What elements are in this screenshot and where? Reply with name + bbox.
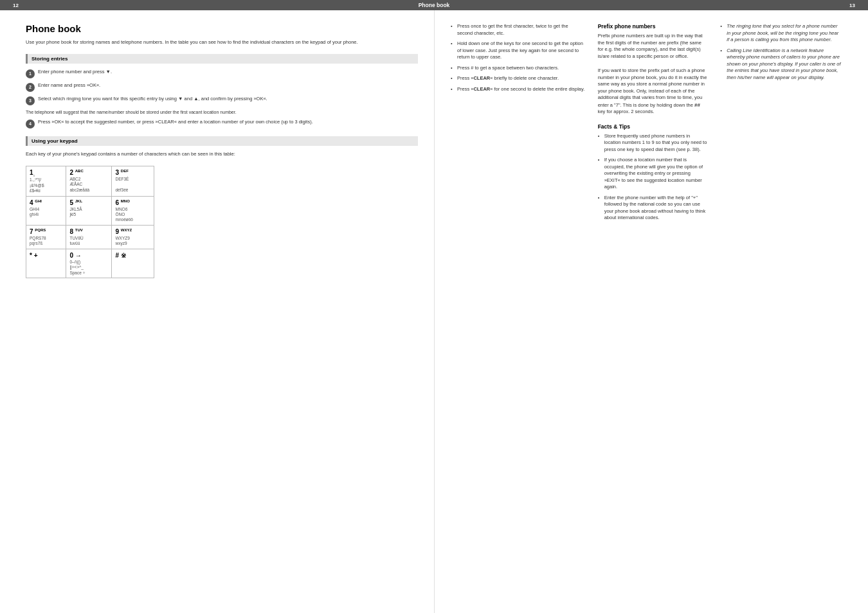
tips-list: The ringing tone that you select for a p… [720,23,842,81]
tips-column: The ringing tone that you select for a p… [720,23,842,227]
list-item: Hold down one of the keys for one second… [451,40,585,61]
step-text-1: Enter phone number and press ▼. [38,69,418,76]
key-9: 9 WXYZ WXYZ9 wxyz9 [112,225,154,249]
intro-text: Use your phone book for storing names an… [26,39,418,46]
keypad-intro: Each key of your phone's keypad contains… [26,151,418,158]
list-item: Press once to get the first character, t… [451,23,585,37]
header-title: Phone book [419,2,450,8]
table-row: 7 PQRS PQRS78 pqrs7ß 8 TUV TUV8Ü tuvüü 9… [26,225,154,249]
key-hash: # ※ [112,249,154,278]
facts-tips-section: Facts & Tips Store frequently used phone… [598,123,708,222]
list-item: Enter the phone number with the help of … [598,195,708,222]
step-number-1: 1 [26,69,35,78]
list-item: Press »CLEAR« for one second to delete t… [451,86,585,93]
key-8: 8 TUV TUV8Ü tuvüü [66,225,112,249]
keypad-section-title: Using your keypad [26,136,418,146]
prefix-para: If you want to store the prefix part of … [598,67,708,116]
list-item: Press »CLEAR« briefly to delete one char… [451,75,585,82]
list-item: 4 Press »OK« to accept the suggested num… [26,119,418,129]
keypad-table: 1○ 1.,:*'!|/ ¡&%@$ £$•¥α 2 ABC ABC2 ÆÅAC… [26,166,154,278]
key-6: 6 MNO MNO6 ÖNO mnoéøöö [112,196,154,225]
page-number-right: 13 [849,3,855,8]
page-title: Phone book [26,23,418,34]
prefix-intro: Prefix phone numbers are built up in the… [598,33,708,60]
step-list: 1 Enter phone number and press ▼. 2 Ente… [26,69,418,129]
facts-tips-list: Store frequently used phone numbers in l… [598,133,708,222]
storing-entries-section: Storing entries 1 Enter phone number and… [26,54,418,129]
list-item: 1 Enter phone number and press ▼. [26,69,418,78]
step-text-3: Select which ringing tone you want for t… [38,96,418,103]
list-item: 3 Select which ringing tone you want for… [26,96,418,105]
list-item: Store frequently used phone numbers in l… [598,133,708,154]
step-text-2: Enter name and press »OK«. [38,82,418,89]
right-page-columns: Press once to get the first character, t… [451,23,842,227]
facts-tips-title: Facts & Tips [598,123,708,130]
right-page: Press once to get the first character, t… [434,10,868,613]
list-item: The telephone will suggest that the name… [26,109,418,116]
prefix-title: Prefix phone numbers [598,23,708,30]
list-item: The ringing tone that you select for a p… [720,23,842,44]
hash-symbol: ## [694,102,700,109]
left-page: Phone book Use your phone book for stori… [0,10,434,613]
key-1: 1○ 1.,:*'!|/ ¡&%@$ £$•¥α [26,166,66,196]
prefix-column: Prefix phone numbers Prefix phone number… [598,23,708,227]
list-item: 2 Enter name and press »OK«. [26,82,418,92]
step-number-4: 4 [26,120,35,129]
key-0: 0 → 0–/\|() ||=<>^_ Space ÷ [66,249,112,278]
list-item: Press # to get a space between two chara… [451,65,585,72]
step-note: The telephone will suggest that the name… [26,109,418,116]
step-text-4: Press »OK« to accept the suggested numbe… [38,119,418,126]
list-item: If you choose a location number that is … [598,157,708,191]
key-7: 7 PQRS PQRS78 pqrs7ß [26,225,66,249]
instructions-column: Press once to get the first character, t… [451,23,585,227]
bullet-list: Press once to get the first character, t… [451,23,585,93]
main-layout: Phone book Use your phone book for stori… [0,10,868,613]
key-2: 2 ABC ABC2 ÆÅAC abc2æåää [66,166,112,196]
key-5: 5 JKL JKL5Å jkl5 [66,196,112,225]
list-item: Calling Line Identification is a network… [720,48,842,82]
step-number-2: 2 [26,83,35,92]
table-row: * + 0 → 0–/\|() ||=<>^_ Space ÷ # ※ [26,249,154,278]
page-number-left: 12 [13,3,19,8]
keypad-section: Using your keypad Each key of your phone… [26,136,418,278]
table-row: 1○ 1.,:*'!|/ ¡&%@$ £$•¥α 2 ABC ABC2 ÆÅAC… [26,166,154,196]
key-3: 3 DEF DEF3É déf3éè [112,166,154,196]
key-star: * + [26,249,66,278]
storing-section-title: Storing entries [26,54,418,64]
key-4: 4 GHI GHI4 ghi4ì [26,196,66,225]
step-number-3: 3 [26,96,35,105]
table-row: 4 GHI GHI4 ghi4ì 5 JKL JKL5Å jkl5 6 MNO … [26,196,154,225]
header-bar: 12 Phone book 13 [0,0,868,10]
